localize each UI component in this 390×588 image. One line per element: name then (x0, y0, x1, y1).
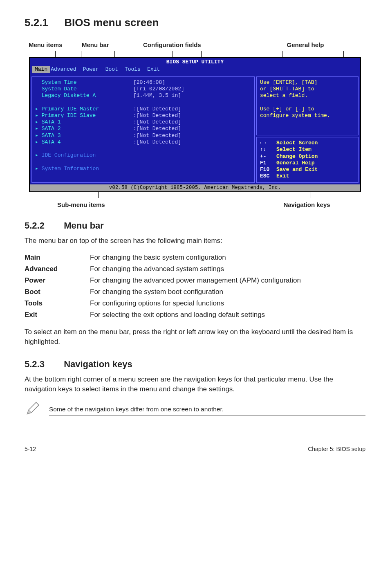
bios-value: :[Not Detected] (133, 112, 251, 119)
menu-name: Advanced (25, 263, 90, 275)
bios-nav-text: Select Item (276, 146, 312, 153)
bios-value: :[Not Detected] (133, 139, 251, 146)
bios-help-panel: Use [ENTER], [TAB]or [SHIFT-TAB] toselec… (256, 76, 359, 136)
menu-desc: For selecting the exit options and loadi… (90, 309, 301, 321)
bios-screenshot: BIOS SETUP UTILITY MainAdvancedPowerBoot… (29, 57, 361, 192)
heading-523-num: 5.2.3 (25, 359, 61, 370)
s522-outro: To select an item on the menu bar, press… (25, 327, 365, 347)
table-row: MainFor changing the basic system config… (25, 252, 301, 263)
note-text: Some of the navigation keys differ from … (49, 403, 365, 416)
bios-help-line: select a field. (260, 92, 355, 99)
bios-tab-main: Main (32, 66, 50, 73)
bios-tab-tools: Tools (124, 66, 146, 73)
menu-desc: For changing the advanced system setting… (90, 263, 301, 275)
page-footer: 5-12 Chapter 5: BIOS setup (25, 443, 365, 452)
label-menu-bar: Menu bar (82, 41, 143, 48)
footer-chapter: Chapter 5: BIOS setup (308, 446, 365, 452)
bios-item (35, 99, 133, 105)
bios-item (35, 159, 133, 166)
menu-bar-table: MainFor changing the basic system config… (25, 252, 301, 321)
s523-body: At the bottom right corner of a menu scr… (25, 375, 365, 394)
menu-name: Exit (25, 309, 90, 321)
bios-nav-row: ESCExit (260, 173, 355, 180)
table-row: PowerFor changing the advanced power man… (25, 275, 301, 286)
menu-desc: For changing the advanced power manageme… (90, 275, 301, 286)
bios-item: ▸ SATA 4 (35, 139, 133, 146)
bios-value (133, 152, 251, 159)
bios-nav-text: Save and Exit (276, 166, 318, 173)
bios-item (35, 146, 133, 152)
bios-main-panel: System Time System Date Legacy Diskette … (31, 76, 255, 183)
bios-value: [20:46:08] (133, 79, 251, 86)
menu-name: Tools (25, 298, 90, 309)
bios-copyright: v02.58 (C)Copyright 1985-2005, American … (30, 184, 360, 191)
bios-nav-panel: ←→Select Screen↑↓Select Item+-Change Opt… (256, 137, 359, 183)
bios-help-line: configure system time. (260, 112, 355, 119)
bios-nav-row: ←→Select Screen (260, 140, 355, 146)
bios-item: ▸ Primary IDE Slave (35, 112, 133, 119)
heading-521-num: 5.2.1 (25, 16, 61, 29)
bios-nav-row: +-Change Option (260, 153, 355, 160)
table-row: AdvancedFor changing the advanced system… (25, 263, 301, 275)
heading-521-title: BIOS menu screen (64, 16, 159, 29)
bios-nav-text: Exit (276, 173, 289, 180)
bios-value: :[Not Detected] (133, 132, 251, 139)
bios-nav-key: F1 (260, 160, 276, 166)
bios-item: ▸ IDE Configuration (35, 152, 133, 159)
bios-value: :[Not Detected] (133, 106, 251, 112)
bios-item: ▸ SATA 2 (35, 126, 133, 132)
bios-nav-row: F10Save and Exit (260, 166, 355, 173)
s522-intro: The menu bar on top of the screen has th… (25, 236, 365, 246)
bios-value: :[Not Detected] (133, 126, 251, 132)
bios-item: ▸ SATA 3 (35, 132, 133, 139)
heading-523: 5.2.3 Navigation keys (25, 359, 365, 370)
bios-nav-text: General Help (276, 160, 315, 166)
bios-nav-text: Select Screen (276, 140, 318, 146)
heading-522: 5.2.2 Menu bar (25, 220, 365, 231)
bios-value: :[Not Detected] (133, 119, 251, 126)
bios-nav-text: Change Option (276, 153, 318, 160)
label-config-fields: Configuration fields (143, 41, 249, 48)
bios-title: BIOS SETUP UTILITY (30, 58, 360, 66)
diagram-top-labels: Menu items Menu bar Configuration fields… (25, 41, 365, 48)
pencil-icon (25, 400, 41, 418)
bios-item: ▸ System Information (35, 166, 133, 172)
bios-nav-key: ↑↓ (260, 146, 276, 153)
heading-521: 5.2.1 BIOS menu screen (25, 16, 365, 29)
bios-item: Legacy Diskette A (35, 92, 133, 99)
bios-help-line: or [SHIFT-TAB] to (260, 86, 355, 92)
bios-value (133, 99, 251, 105)
bios-item: System Time (35, 79, 133, 86)
menu-name: Boot (25, 286, 90, 298)
table-row: ExitFor selecting the exit options and l… (25, 309, 301, 321)
menu-name: Power (25, 275, 90, 286)
bios-tab-boot: Boot (105, 66, 124, 73)
bios-nav-row: ↑↓Select Item (260, 146, 355, 153)
heading-522-num: 5.2.2 (25, 220, 61, 231)
bios-item: System Date (35, 86, 133, 92)
bios-value (133, 146, 251, 152)
diagram-bottom-labels: Sub-menu items Navigation keys (25, 201, 365, 208)
bios-nav-key: +- (260, 153, 276, 160)
bios-nav-row: F1General Help (260, 160, 355, 166)
bios-item: ▸ SATA 1 (35, 119, 133, 126)
bios-tab-advanced: Advanced (50, 66, 82, 73)
bios-menubar: MainAdvancedPowerBootToolsExit (30, 66, 360, 74)
menu-desc: For changing the system boot configurati… (90, 286, 301, 298)
bios-nav-key: ESC (260, 173, 276, 180)
table-row: ToolsFor configuring options for special… (25, 298, 301, 309)
heading-522-title: Menu bar (64, 220, 104, 231)
bios-item: ▸ Primary IDE Master (35, 106, 133, 112)
note: Some of the navigation keys differ from … (25, 400, 365, 418)
label-menu-items: Menu items (29, 41, 82, 48)
label-general-help: General help (249, 41, 361, 48)
table-row: BootFor changing the system boot configu… (25, 286, 301, 298)
bios-value (133, 166, 251, 172)
menu-desc: For changing the basic system configurat… (90, 252, 301, 263)
bios-tab-exit: Exit (146, 66, 166, 73)
bios-value (133, 159, 251, 166)
bios-tab-power: Power (82, 66, 105, 73)
heading-523-title: Navigation keys (64, 359, 132, 369)
diagram-ticks-bottom (25, 192, 365, 198)
label-navigation-keys: Navigation keys (195, 201, 357, 208)
